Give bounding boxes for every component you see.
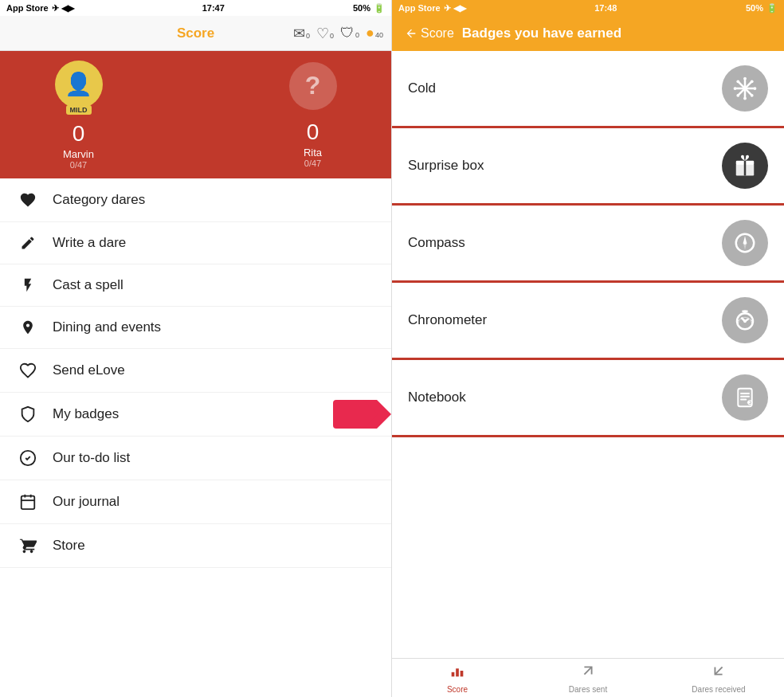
tab-score-label: Score — [447, 685, 468, 694]
svg-point-14 — [751, 94, 754, 97]
player2-block: ? 0 Rita 0/47 — [289, 62, 337, 168]
badge-item-chronometer[interactable]: Chronometer — [392, 283, 784, 360]
carrier-left: App Store — [6, 3, 49, 13]
status-bar-left: App Store ✈ ◀▶ 17:47 50% 🔋 — [0, 0, 391, 16]
menu-item-write-dare[interactable]: Write a dare — [0, 222, 391, 264]
send-elove-label: Send eLove — [53, 362, 125, 378]
menu-item-dining-events[interactable]: Dining and events — [0, 307, 391, 349]
mail-icon[interactable]: ✉0 — [293, 25, 310, 42]
badge-cold-name: Cold — [408, 80, 436, 96]
svg-line-27 — [751, 320, 752, 321]
cold-badge-icon — [722, 65, 768, 112]
check-circle-icon — [16, 449, 40, 467]
category-dares-label: Category dares — [53, 192, 145, 208]
player1-score: 0 — [73, 121, 85, 147]
time-left: 17:47 — [202, 3, 225, 13]
menu-item-send-elove[interactable]: Send eLove — [0, 349, 391, 393]
shield-nav-icon[interactable]: 🛡0 — [340, 25, 359, 41]
tab-dares-received-label: Dares received — [692, 685, 745, 694]
player2-name: Rita — [304, 147, 322, 159]
svg-rect-1 — [22, 496, 35, 510]
svg-rect-28 — [738, 389, 752, 407]
circle-nav-icon[interactable]: ●40 — [366, 25, 383, 41]
store-label: Store — [53, 538, 85, 554]
my-badges-label: My badges — [53, 406, 119, 422]
svg-rect-35 — [461, 671, 464, 676]
tab-dares-sent[interactable]: Dares sent — [523, 659, 653, 697]
arrow-up-right-icon — [579, 662, 597, 683]
menu-item-category-dares[interactable]: Category dares — [0, 178, 391, 222]
player1-avatar: 👤 MILD — [55, 61, 103, 108]
badges-list: Cold Surprise — [392, 51, 784, 658]
menu-item-our-journal[interactable]: Our journal — [0, 480, 391, 524]
svg-point-15 — [751, 80, 754, 83]
pencil-icon — [16, 235, 40, 251]
svg-rect-33 — [452, 672, 455, 677]
signal-right: ✈ ◀▶ — [444, 3, 466, 14]
player2-sub: 0/47 — [304, 159, 321, 168]
svg-point-13 — [736, 80, 739, 83]
badge-item-compass[interactable]: Compass — [392, 206, 784, 283]
svg-line-36 — [584, 667, 591, 674]
heart-outline-icon — [16, 362, 40, 379]
menu-item-my-badges[interactable]: My badges — [0, 393, 391, 437]
right-panel: App Store ✈ ◀▶ 17:48 50% 🔋 Score Badges … — [392, 0, 784, 697]
menu-item-store[interactable]: Store — [0, 524, 391, 568]
dining-events-label: Dining and events — [53, 319, 161, 335]
back-button[interactable]: Score — [405, 26, 454, 41]
nav-title-right: Badges you have earned — [462, 25, 621, 41]
heart-nav-icon[interactable]: ♡0 — [316, 25, 334, 42]
battery-left: 50% — [353, 3, 370, 13]
status-bar-right: App Store ✈ ◀▶ 17:48 50% 🔋 — [392, 0, 784, 16]
badge-chronometer-name: Chronometer — [408, 312, 487, 328]
badge-compass-name: Compass — [408, 235, 465, 251]
svg-rect-19 — [744, 161, 747, 176]
heart-solid-icon — [16, 191, 40, 209]
carrier-right: App Store — [398, 3, 441, 13]
tab-score[interactable]: Score — [392, 659, 523, 697]
badge-item-notebook[interactable]: Notebook — [392, 360, 784, 437]
player1-block: 👤 MILD 0 Marvin 0/47 — [55, 61, 103, 170]
todo-list-label: Our to-do list — [53, 450, 130, 466]
back-label: Score — [421, 26, 454, 41]
badge-item-cold[interactable]: Cold — [392, 51, 784, 128]
svg-point-11 — [734, 87, 737, 90]
game-header: 👤 MILD 0 Marvin 0/47 ? 0 Rita 0/47 — [0, 51, 391, 178]
svg-point-10 — [743, 97, 747, 100]
badge-notebook-name: Notebook — [408, 390, 466, 405]
svg-line-26 — [738, 320, 739, 321]
pin-icon — [16, 319, 40, 335]
tab-bar-right: Score Dares sent Dares received — [392, 658, 784, 697]
left-panel: App Store ✈ ◀▶ 17:47 50% 🔋 Score ✉0 ♡0 🛡… — [0, 0, 392, 697]
menu-item-todo-list[interactable]: Our to-do list — [0, 437, 391, 480]
tab-dares-received[interactable]: Dares received — [653, 659, 784, 697]
time-right: 17:48 — [594, 3, 617, 13]
surprise-badge-icon — [722, 143, 768, 189]
badge-item-surprise-box[interactable]: Surprise box — [392, 128, 784, 206]
nav-title-left: Score — [177, 25, 214, 41]
cart-icon — [16, 537, 40, 554]
arrow-down-left-icon — [710, 662, 727, 683]
nav-bar-right: Score Badges you have earned — [392, 16, 784, 51]
svg-point-16 — [736, 94, 739, 97]
svg-rect-34 — [456, 668, 459, 676]
our-journal-label: Our journal — [53, 494, 120, 510]
battery-right: 50% — [746, 3, 763, 13]
cast-spell-label: Cast a spell — [53, 277, 123, 293]
svg-point-23 — [743, 241, 747, 245]
signal-left: ✈ ◀▶ — [52, 3, 74, 14]
menu-item-cast-spell[interactable]: Cast a spell — [0, 264, 391, 307]
battery-icon-left: 🔋 — [374, 3, 385, 14]
player1-sub: 0/47 — [70, 160, 87, 170]
mild-badge: MILD — [66, 105, 92, 115]
svg-point-12 — [754, 87, 757, 90]
tab-dares-sent-label: Dares sent — [569, 685, 607, 694]
calendar-icon — [16, 493, 40, 511]
svg-point-25 — [743, 319, 747, 323]
chronometer-badge-icon — [722, 297, 768, 343]
notebook-badge-icon — [722, 374, 768, 421]
compass-badge-icon — [722, 220, 768, 266]
battery-icon-right: 🔋 — [766, 3, 778, 14]
player1-name: Marvin — [63, 148, 94, 160]
bolt-icon — [16, 277, 40, 293]
